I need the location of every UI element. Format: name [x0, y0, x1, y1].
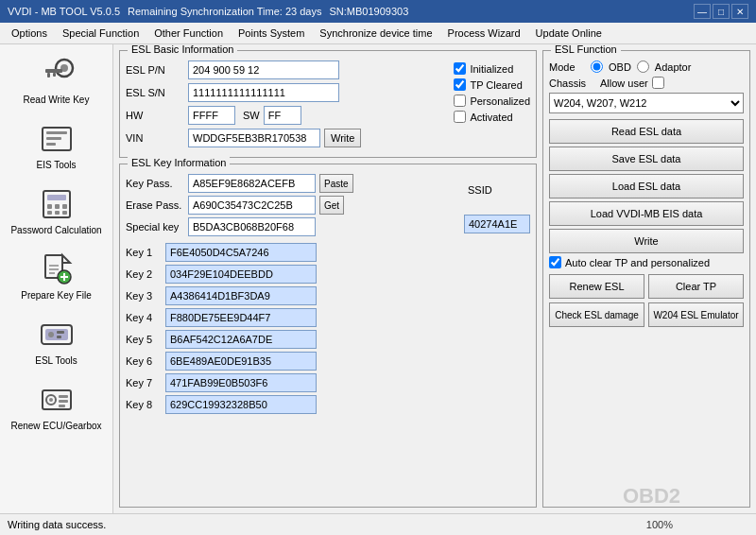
svg-rect-12: [55, 204, 60, 209]
title-bar: VVDI - MB TOOL V5.0.5 Remaining Synchron…: [0, 0, 756, 23]
calc-icon: [34, 185, 79, 223]
erase-pass-input[interactable]: [188, 196, 316, 215]
svg-rect-10: [47, 195, 66, 200]
svg-rect-15: [55, 211, 60, 215]
get-button[interactable]: Get: [319, 196, 344, 215]
chassis-select-row: W204, W207, W212 W221 W166: [549, 93, 744, 113]
status-message: Writing data success.: [8, 519, 106, 530]
key-1-input[interactable]: [165, 243, 317, 262]
key-1-label: Key 1: [126, 247, 162, 258]
key-icon: [34, 55, 79, 93]
auto-clear-checkbox[interactable]: [549, 256, 561, 268]
key-6-input[interactable]: [165, 352, 317, 371]
esl-key-info-title: ESL Key Information: [128, 157, 230, 168]
esl-pn-input[interactable]: [188, 60, 339, 79]
sidebar-label-read-write-key: Read Write Key: [24, 95, 90, 105]
esl-sn-label: ESL S/N: [126, 87, 184, 98]
svg-rect-29: [57, 336, 61, 338]
chassis-select[interactable]: W204, W207, W212 W221 W166: [549, 93, 744, 113]
key-3-input[interactable]: [165, 286, 317, 305]
mode-adaptor-radio[interactable]: [637, 60, 649, 73]
load-esl-button[interactable]: Load ESL data: [549, 174, 744, 198]
save-esl-button[interactable]: Save ESL data: [549, 147, 744, 171]
svg-point-32: [49, 398, 53, 402]
load-vvdi-button[interactable]: Load VVDI-MB EIS data: [549, 201, 744, 226]
minimize-button[interactable]: —: [694, 4, 711, 19]
esl-sn-input[interactable]: [188, 83, 339, 102]
maximize-button[interactable]: □: [713, 4, 730, 19]
svg-rect-4: [53, 73, 56, 77]
renew-esl-button[interactable]: Renew ESL: [549, 274, 644, 299]
key-7-input[interactable]: [165, 373, 317, 392]
allow-user-label: Allow user: [600, 78, 648, 89]
personalized-row: Personalized: [454, 95, 530, 107]
personalized-checkbox[interactable]: [454, 95, 466, 107]
sidebar-item-esl-tools[interactable]: ESL Tools: [5, 309, 109, 372]
key-8-label: Key 8: [126, 399, 162, 410]
key-row-5: Key 5: [126, 330, 530, 349]
special-key-input[interactable]: [188, 217, 316, 236]
key-5-input[interactable]: [165, 330, 317, 349]
menu-process-wizard[interactable]: Process Wizard: [440, 25, 528, 42]
activated-label: Activated: [470, 112, 512, 123]
sidebar-item-password-calc[interactable]: Password Calculation: [5, 179, 109, 242]
initialized-checkbox[interactable]: [454, 62, 466, 75]
chassis-row: Chassis Allow user: [549, 77, 744, 89]
key-4-input[interactable]: [165, 308, 317, 327]
svg-rect-34: [59, 400, 68, 403]
sidebar: Read Write Key EIS Tools: [0, 44, 113, 513]
key-4-label: Key 4: [126, 312, 162, 323]
sidebar-label-esl-tools: ESL Tools: [35, 355, 77, 366]
w204-esl-button[interactable]: W204 ESL Emulator: [648, 302, 744, 327]
close-button[interactable]: ✕: [731, 4, 748, 19]
svg-rect-11: [47, 204, 52, 209]
vin-input[interactable]: [188, 129, 320, 147]
sidebar-label-prepare-key: Prepare Key File: [21, 290, 91, 301]
sidebar-item-renew-ecu[interactable]: Renew ECU/Gearbox: [5, 374, 109, 438]
serial-number: SN:MB01909303: [329, 6, 408, 17]
key-pass-input[interactable]: [188, 174, 316, 193]
sidebar-label-renew-ecu: Renew ECU/Gearbox: [10, 421, 101, 431]
key-row-4: Key 4: [126, 308, 530, 327]
key-2-input[interactable]: [165, 265, 317, 284]
mode-obd-radio[interactable]: [591, 60, 603, 73]
sidebar-item-eis-tools[interactable]: EIS Tools: [5, 113, 109, 177]
svg-rect-14: [47, 211, 52, 215]
menu-points-system[interactable]: Points System: [231, 25, 312, 42]
sidebar-item-prepare-key[interactable]: Prepare Key File: [5, 244, 109, 307]
app-title: VVDI - MB TOOL V5.0.5: [8, 6, 120, 17]
esl-pn-row: ESL P/N: [126, 60, 446, 79]
key-8-input[interactable]: [165, 395, 317, 414]
menu-special-function[interactable]: Special Function: [55, 25, 146, 42]
check-esl-button[interactable]: Check ESL damage: [549, 302, 644, 327]
write-button[interactable]: Write: [549, 229, 744, 253]
title-bar-left: VVDI - MB TOOL V5.0.5 Remaining Synchron…: [8, 6, 408, 17]
eis-icon: [34, 120, 79, 158]
activated-row: Activated: [454, 111, 530, 123]
svg-rect-8: [46, 143, 56, 146]
auto-clear-label: Auto clear TP and personalized: [565, 257, 710, 268]
initialized-label: Initialized: [470, 63, 513, 75]
check-w204-buttons: Check ESL damage W204 ESL Emulator: [549, 302, 744, 327]
key-row-2: Key 2: [126, 265, 530, 284]
sidebar-item-read-write-key[interactable]: Read Write Key: [5, 48, 109, 112]
activated-checkbox[interactable]: [454, 111, 466, 123]
sw-input[interactable]: [264, 106, 301, 125]
allow-user-checkbox[interactable]: [652, 77, 664, 89]
initialized-row: Initialized: [454, 62, 530, 75]
tp-cleared-checkbox[interactable]: [454, 78, 466, 91]
clear-tp-button[interactable]: Clear TP: [648, 274, 744, 299]
ssid-input[interactable]: [464, 215, 530, 233]
svg-point-27: [48, 332, 54, 337]
special-key-label: Special key: [126, 221, 184, 233]
mode-radio-group: OBD Adaptor: [591, 60, 691, 73]
write-vin-button[interactable]: Write: [324, 129, 361, 147]
menu-sync-device-time[interactable]: Synchronize device time: [312, 25, 439, 42]
hw-input[interactable]: [188, 106, 235, 125]
menu-other-function[interactable]: Other Function: [146, 25, 231, 42]
read-esl-button[interactable]: Read ESL data: [549, 119, 744, 144]
paste-button[interactable]: Paste: [319, 174, 353, 193]
hw-sw-row: HW SW: [126, 106, 446, 125]
menu-options[interactable]: Options: [4, 25, 55, 42]
menu-update-online[interactable]: Update Online: [528, 25, 610, 42]
